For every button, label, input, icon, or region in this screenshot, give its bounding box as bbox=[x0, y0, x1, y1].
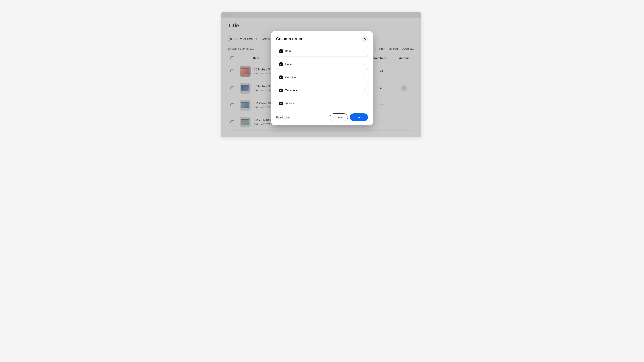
column-order-item[interactable]: Price ˄ ˅ bbox=[276, 59, 368, 70]
column-checkbox[interactable] bbox=[279, 62, 283, 66]
check-icon bbox=[280, 102, 282, 105]
check-icon bbox=[280, 76, 282, 78]
column-order-item[interactable]: Actions ˄ ˅ bbox=[276, 98, 368, 109]
column-name-label: Condition bbox=[285, 76, 361, 79]
reorder-controls: ˄ ˅ bbox=[364, 101, 365, 106]
column-checkbox[interactable] bbox=[279, 76, 283, 79]
reorder-controls: ˄ ˅ bbox=[364, 62, 365, 66]
column-checkbox[interactable] bbox=[279, 102, 283, 105]
check-icon bbox=[280, 89, 282, 92]
save-button[interactable]: Save bbox=[350, 114, 368, 121]
column-name-label: Watchers bbox=[285, 89, 361, 92]
move-down-button[interactable]: ˅ bbox=[364, 90, 365, 93]
column-order-item[interactable]: Watchers ˄ ˅ bbox=[276, 85, 368, 96]
column-order-modal: Column order Item ˄ ˅ Price ˄ ˅ Conditio… bbox=[271, 31, 373, 125]
modal-title: Column order bbox=[276, 36, 302, 41]
move-down-button: ˅ bbox=[364, 104, 365, 106]
reset-table-link[interactable]: Reset table bbox=[276, 116, 290, 119]
column-name-label: Item bbox=[285, 50, 361, 53]
reorder-controls: ˄ ˅ bbox=[364, 88, 365, 93]
check-icon bbox=[280, 63, 282, 66]
reorder-controls: ˄ ˅ bbox=[364, 49, 365, 54]
column-order-item[interactable]: Item ˄ ˅ bbox=[276, 46, 368, 57]
move-down-button[interactable]: ˅ bbox=[364, 51, 365, 54]
reorder-controls: ˄ ˅ bbox=[364, 75, 365, 80]
move-down-button[interactable]: ˅ bbox=[364, 64, 365, 66]
cancel-button[interactable]: Cancel bbox=[330, 114, 348, 121]
column-name-label: Actions bbox=[285, 102, 361, 105]
column-checkbox[interactable] bbox=[279, 49, 283, 53]
close-icon bbox=[364, 38, 366, 40]
modal-close-button[interactable] bbox=[362, 36, 368, 42]
move-down-button[interactable]: ˅ bbox=[364, 77, 365, 80]
column-order-item[interactable]: Condition ˄ ˅ bbox=[276, 72, 368, 83]
column-checkbox[interactable] bbox=[279, 88, 283, 92]
check-icon bbox=[280, 50, 282, 52]
column-name-label: Price bbox=[285, 62, 361, 66]
